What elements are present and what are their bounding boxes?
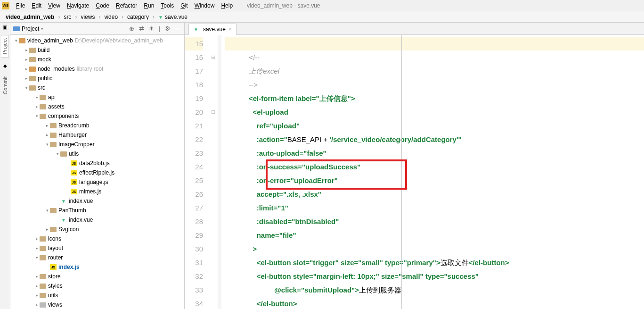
tree-node[interactable]: ▾PanThumb xyxy=(10,206,184,215)
project-tool-button[interactable]: — xyxy=(175,25,181,32)
editor-tab-label: save.vue xyxy=(203,26,226,33)
vue-icon: ▼ xyxy=(60,217,67,223)
folder-icon xyxy=(50,142,57,147)
tree-node[interactable]: JSindex.js xyxy=(10,262,184,272)
project-tool-button[interactable]: | xyxy=(159,25,160,32)
menu-window[interactable]: Window xyxy=(192,1,218,10)
folder-icon xyxy=(40,293,46,298)
vue-icon: ▼ xyxy=(60,199,67,204)
folder-icon xyxy=(40,95,46,100)
tree-node[interactable]: ▾src xyxy=(10,83,184,92)
tree-node[interactable]: ▸Hamburger xyxy=(10,130,184,140)
breadcrumb-item[interactable]: ▼save.vue xyxy=(156,14,189,20)
folder-icon xyxy=(60,151,67,157)
editor-tab-save-vue[interactable]: ▼ save.vue × xyxy=(188,24,236,35)
project-tool-window: Project ▾ ⊕⇄✶|⚙— ▾video_admin_webD:\Deve… xyxy=(10,23,185,309)
tool-window-stripe: ▣ Project ◆ Commit xyxy=(0,23,10,309)
close-tab-icon[interactable]: × xyxy=(228,26,231,32)
project-tool-button[interactable]: ⇄ xyxy=(139,25,144,32)
folder-icon xyxy=(29,48,36,53)
folder-icon xyxy=(40,255,46,260)
fold-column[interactable]: ⊟⊟ xyxy=(208,35,218,309)
tree-node[interactable]: ▸views xyxy=(10,300,184,309)
js-icon: JS xyxy=(71,189,77,194)
tree-node[interactable]: JSlanguage.js xyxy=(10,177,184,187)
folder-icon xyxy=(40,236,46,242)
tree-node[interactable]: ▸layout xyxy=(10,243,184,253)
menu-code[interactable]: Code xyxy=(93,1,112,10)
menu-tools[interactable]: Tools xyxy=(158,1,177,10)
tree-node[interactable]: ▾components xyxy=(10,111,184,121)
folder-icon xyxy=(40,104,46,109)
tree-node[interactable]: ▸api xyxy=(10,92,184,102)
tree-node[interactable]: ▸node_moduleslibrary root xyxy=(10,64,184,74)
breadcrumb-item[interactable]: src xyxy=(62,14,73,20)
tree-node[interactable]: ▾ImageCropper xyxy=(10,140,184,149)
tree-node[interactable]: ▸icons xyxy=(10,234,184,243)
menu-edit[interactable]: Edit xyxy=(29,1,44,10)
editor-tabs: ▼ save.vue × xyxy=(185,23,644,35)
menu-run[interactable]: Run xyxy=(141,1,157,10)
menu-help[interactable]: Help xyxy=(218,1,236,10)
tool-tab-commit[interactable]: Commit xyxy=(1,74,9,97)
folder-icon xyxy=(50,123,57,128)
tree-node[interactable]: ▸mock xyxy=(10,55,184,64)
tree-node[interactable]: JSeffectRipple.js xyxy=(10,168,184,177)
project-tool-button[interactable]: ⚙ xyxy=(165,25,171,32)
project-tool-button[interactable]: ✶ xyxy=(149,25,154,32)
project-title[interactable]: Project xyxy=(22,25,39,32)
tree-node[interactable]: ▸utils xyxy=(10,291,184,300)
menu-file[interactable]: File xyxy=(13,1,28,10)
tree-node[interactable]: ▸assets xyxy=(10,102,184,111)
menu-view[interactable]: View xyxy=(45,1,63,10)
menu-git[interactable]: Git xyxy=(178,1,190,10)
tree-node[interactable]: ▾video_admin_webD:\Develop\Web\video_adm… xyxy=(10,36,184,45)
window-title: video_admin_web - save.vue xyxy=(247,2,320,9)
tree-node[interactable]: ▸public xyxy=(10,74,184,83)
change-stripe xyxy=(218,35,221,309)
tree-node[interactable]: ▾utils xyxy=(10,149,184,159)
menu-navigate[interactable]: Navigate xyxy=(64,1,92,10)
breadcrumb-item[interactable]: views xyxy=(79,14,97,20)
folder-icon xyxy=(40,246,46,251)
breadcrumb-item[interactable]: category xyxy=(125,14,151,20)
tree-node[interactable]: ▾router xyxy=(10,253,184,262)
project-tool-icon[interactable]: ▣ xyxy=(2,25,8,31)
proj-icon xyxy=(19,38,25,43)
navigation-bar: video_admin_websrcviewsvideocategory▼sav… xyxy=(0,11,644,23)
tree-node[interactable]: JSmimes.js xyxy=(10,187,184,196)
folder-icon xyxy=(29,76,36,81)
breadcrumb-item[interactable]: video xyxy=(102,14,120,20)
project-tool-button[interactable]: ⊕ xyxy=(129,25,134,32)
tree-node[interactable]: ▸Breadcrumb xyxy=(10,121,184,130)
tree-node[interactable]: ▸styles xyxy=(10,281,184,291)
js-icon: JS xyxy=(71,179,77,185)
folder-icon xyxy=(40,284,46,289)
tree-node[interactable]: ▼index.vue xyxy=(10,196,184,206)
folder-gray-icon xyxy=(40,302,46,308)
line-number-gutter: 1516171819202122232425262728293031323334 xyxy=(185,35,208,309)
main-menu: FileEditViewNavigateCodeRefactorRunTools… xyxy=(13,1,236,10)
project-toolbar: ⊕⇄✶|⚙— xyxy=(129,25,181,32)
breadcrumb-item[interactable]: video_admin_web xyxy=(4,14,56,20)
tool-tab-project[interactable]: Project xyxy=(1,35,9,58)
menu-refactor[interactable]: Refactor xyxy=(113,1,140,10)
code-body[interactable]: <!-- 上传excel --> <el-form-item label="上传… xyxy=(221,35,644,309)
folder-icon xyxy=(50,133,57,138)
tree-node[interactable]: ▸build xyxy=(10,45,184,55)
project-header: Project ▾ ⊕⇄✶|⚙— xyxy=(10,23,184,35)
tree-node[interactable]: ▸SvgIcon xyxy=(10,225,184,234)
tree-node[interactable]: ▸store xyxy=(10,272,184,281)
project-view-dropdown-icon[interactable]: ▾ xyxy=(41,26,43,31)
tree-node[interactable]: ▼index.vue xyxy=(10,215,184,225)
code-area[interactable]: 1516171819202122232425262728293031323334… xyxy=(185,35,644,309)
folder-icon xyxy=(29,57,36,62)
project-tree[interactable]: ▾video_admin_webD:\Develop\Web\video_adm… xyxy=(10,35,184,309)
tree-node[interactable]: JSdata2blob.js xyxy=(10,159,184,168)
editor: ▼ save.vue × 151617181920212223242526272… xyxy=(185,23,644,309)
commit-tool-icon[interactable]: ◆ xyxy=(2,63,8,70)
folder-icon xyxy=(50,227,57,232)
folder-icon xyxy=(40,274,46,279)
caret-guide xyxy=(401,35,402,309)
folder-icon xyxy=(40,114,46,119)
